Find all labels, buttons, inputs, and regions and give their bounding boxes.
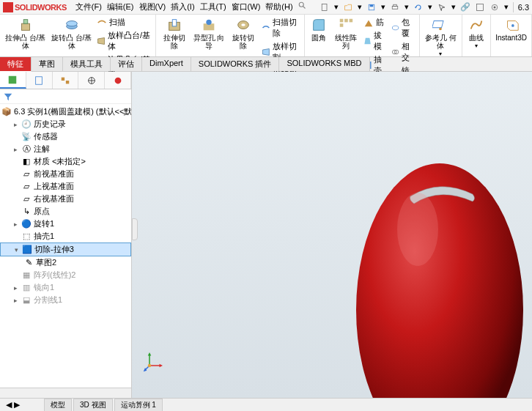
tree-revolve1[interactable]: ▸🔵旋转1: [0, 218, 131, 230]
history-icon: 🕘: [21, 119, 32, 130]
plane-icon: ▱: [21, 182, 32, 192]
tree-cut-extrude3[interactable]: ▾🟦切除-拉伸3: [0, 242, 131, 256]
model-render: [352, 127, 528, 398]
options-icon[interactable]: [475, 2, 485, 12]
svg-rect-4: [369, 4, 373, 7]
sweep-button[interactable]: 扫描: [95, 16, 153, 29]
tree-filter-bar: [0, 89, 131, 104]
svg-rect-49: [36, 76, 43, 84]
cut-icon: 🟦: [22, 245, 32, 255]
feature-tree[interactable]: 📦6.3 实例1(椭圆盖建模) (默认<<默认>_显 ▸🕘历史记录 📡传感器 ▸…: [0, 104, 131, 388]
svg-point-10: [493, 6, 495, 8]
tab-motion-study[interactable]: 运动算例 1: [114, 399, 163, 411]
menu-insert[interactable]: 插入(I): [169, 0, 196, 14]
shell-icon: ⬚: [21, 232, 32, 242]
select-icon[interactable]: [437, 2, 447, 12]
svg-marker-61: [160, 364, 163, 368]
tree-history[interactable]: ▸🕘历史记录: [0, 118, 131, 130]
menu-window[interactable]: 窗口(W): [230, 0, 262, 14]
menu-help[interactable]: 帮助(H): [264, 0, 294, 14]
tree-shell1[interactable]: ⬚抽壳1: [0, 230, 131, 242]
svg-rect-25: [350, 19, 353, 23]
svg-rect-11: [21, 23, 29, 30]
search-icon[interactable]: [297, 0, 307, 10]
svg-rect-8: [476, 4, 483, 10]
tree-sensors[interactable]: 📡传感器: [0, 130, 131, 143]
tree-top-plane[interactable]: ▱上视基准面: [0, 180, 131, 193]
rebuild-icon[interactable]: [413, 2, 424, 12]
collapse-icon[interactable]: ▾: [12, 246, 20, 253]
curves-button[interactable]: 曲线: [465, 16, 488, 42]
command-tabs: 特征 草图 模具工具 评估 DimXpert SOLIDWORKS 插件 SOL…: [0, 57, 532, 72]
svg-rect-17: [172, 20, 177, 26]
rib-button[interactable]: 筋: [361, 16, 389, 29]
panel-splitter[interactable]: [132, 218, 138, 240]
tab-feature[interactable]: 特征: [0, 57, 32, 72]
svg-rect-2: [322, 4, 327, 10]
part-icon: 📦: [1, 107, 12, 117]
sweep-cut-button[interactable]: 扫描切除: [259, 16, 302, 40]
tree-right-plane[interactable]: ▱右视基准面: [0, 193, 131, 205]
graphics-viewport[interactable]: [132, 72, 532, 398]
instant3d-button[interactable]: Instant3D: [493, 16, 529, 42]
svg-marker-7: [414, 6, 415, 8]
open-icon[interactable]: [343, 2, 353, 12]
tree-front-plane[interactable]: ▱前视基准面: [0, 168, 131, 180]
settings-icon[interactable]: [489, 2, 500, 12]
tree-tab-dimxpert[interactable]: [78, 72, 105, 89]
annotation-icon: Ⓐ: [21, 144, 32, 155]
menu-view[interactable]: 视图(V): [138, 0, 168, 14]
tree-root[interactable]: 📦6.3 实例1(椭圆盖建模) (默认<<默认>_显: [0, 105, 131, 118]
draft-button[interactable]: 拔模: [361, 29, 389, 53]
svg-point-55: [114, 77, 121, 84]
expand-icon[interactable]: ▸: [12, 297, 19, 304]
tree-tab-property[interactable]: [26, 72, 53, 89]
tree-tab-config[interactable]: [53, 72, 79, 89]
axis-triad: [143, 350, 165, 372]
tree-origin[interactable]: ↳原点: [0, 205, 131, 218]
wrap-button[interactable]: 包覆: [389, 16, 417, 40]
new-icon[interactable]: [319, 2, 330, 12]
tab-plugins[interactable]: SOLIDWORKS 插件: [191, 57, 280, 71]
tab-mold[interactable]: 模具工具: [63, 57, 111, 71]
print-icon[interactable]: [390, 2, 400, 12]
svg-point-28: [392, 26, 398, 30]
intersect-button[interactable]: 相交: [389, 40, 417, 64]
expand-icon[interactable]: ▸: [12, 121, 19, 128]
tab-dimxpert[interactable]: DimXpert: [142, 57, 191, 71]
tab-mbd[interactable]: SOLIDWORKS MBD: [279, 57, 369, 71]
menu-edit[interactable]: 编辑(E): [106, 0, 136, 14]
tree-tabs: [0, 72, 131, 89]
title-bar: SOLIDWORKS 文件(F) 编辑(E) 视图(V) 插入(I) 工具(T)…: [0, 0, 532, 15]
tree-pattern[interactable]: ▦阵列(线性)2: [0, 269, 131, 281]
tree-tab-display[interactable]: [105, 72, 131, 89]
save-icon[interactable]: [366, 2, 377, 12]
tree-scrollbar[interactable]: [0, 388, 131, 398]
svg-marker-59: [148, 352, 152, 356]
svg-rect-23: [340, 19, 344, 23]
tree-sketch2[interactable]: ✎草图2: [0, 256, 131, 269]
logo-icon: [3, 2, 13, 12]
tab-model[interactable]: 模型: [44, 399, 72, 411]
menu-tools[interactable]: 工具(T): [199, 0, 228, 14]
tab-sketch[interactable]: 草图: [32, 57, 63, 71]
ref-geometry-button[interactable]: 参考几 何体: [422, 16, 460, 51]
expand-icon[interactable]: ▸: [12, 284, 19, 292]
tree-split1[interactable]: ▸⬓分割线1: [0, 294, 131, 306]
menu-file[interactable]: 文件(F): [74, 0, 103, 14]
tree-mirror1[interactable]: ▸▥镜向1: [0, 281, 131, 294]
tab-evaluate[interactable]: 评估: [111, 57, 142, 71]
filter-icon[interactable]: [3, 92, 13, 102]
expand-icon[interactable]: ▸: [12, 146, 19, 153]
expand-icon[interactable]: ▸: [12, 221, 19, 228]
svg-rect-5: [392, 6, 398, 9]
svg-point-19: [206, 20, 211, 25]
link-icon[interactable]: 🔗: [460, 2, 470, 12]
loft-button[interactable]: 放样凸台/基体: [95, 29, 153, 53]
tree-annotations[interactable]: ▸Ⓐ注解: [0, 143, 131, 155]
plane-icon: ▱: [21, 169, 32, 179]
tab-3d-view[interactable]: 3D 视图: [73, 399, 113, 411]
svg-point-21: [242, 23, 246, 26]
tree-tab-feature[interactable]: [0, 72, 26, 89]
tree-material[interactable]: ◧材质 <未指定>: [0, 155, 131, 168]
